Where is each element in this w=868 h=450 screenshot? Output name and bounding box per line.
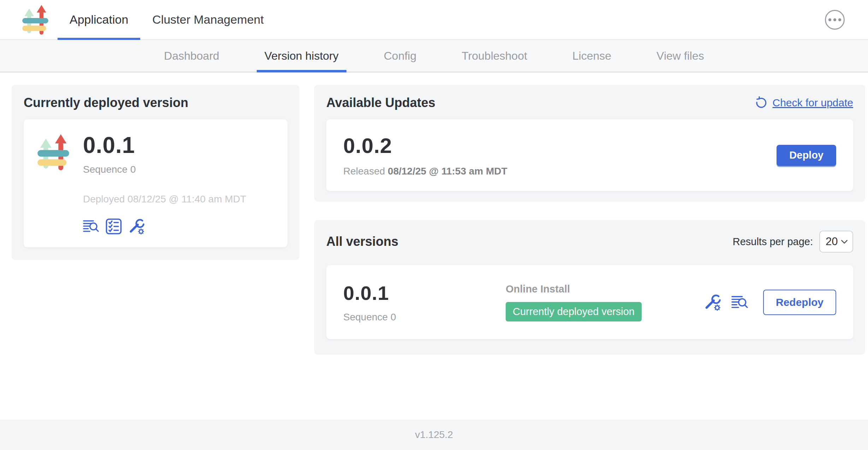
tab-cluster-management[interactable]: Cluster Management	[140, 0, 276, 39]
results-per-page-select[interactable]: 20	[819, 231, 853, 253]
chevron-down-icon	[841, 240, 848, 244]
available-updates-title: Available Updates	[326, 95, 435, 110]
version-number: 0.0.1	[343, 282, 506, 304]
preflight-checks-icon[interactable]	[106, 218, 122, 235]
tab-cluster-management-label: Cluster Management	[152, 13, 264, 26]
available-updates-card: Available Updates Check for update 0.0.2…	[314, 85, 865, 202]
update-version-number: 0.0.2	[343, 134, 507, 158]
more-menu-icon	[828, 18, 831, 21]
release-notes-icon[interactable]	[731, 295, 748, 310]
deployed-actions	[83, 218, 246, 235]
tab-application-label: Application	[70, 13, 128, 26]
deployed-timestamp: Deployed 08/12/25 @ 11:40 am MDT	[83, 194, 246, 205]
version-row-actions: Redeploy	[704, 290, 836, 315]
refresh-icon	[755, 96, 768, 109]
deploy-button[interactable]: Deploy	[777, 145, 836, 166]
subtab-config[interactable]: Config	[376, 40, 424, 72]
check-for-update-label: Check for update	[773, 97, 853, 109]
all-versions-header: All versions Results per page: 20	[326, 231, 853, 253]
update-released-line: Released 08/12/25 @ 11:53 am MDT	[343, 166, 507, 177]
footer: v1.125.2	[0, 420, 868, 450]
version-row-version: 0.0.1 Sequence 0	[343, 282, 506, 323]
available-updates-header: Available Updates Check for update	[326, 95, 853, 110]
more-menu-button[interactable]	[825, 10, 845, 30]
deployed-version-panel: 0.0.1 Sequence 0 Deployed 08/12/25 @ 11:…	[24, 119, 287, 247]
app-logo-icon	[37, 134, 70, 170]
app-logo	[22, 0, 48, 39]
tab-application[interactable]: Application	[58, 0, 140, 39]
all-versions-title: All versions	[326, 234, 398, 249]
check-for-update-link[interactable]: Check for update	[755, 96, 853, 109]
sub-nav: Dashboard Version history Config Trouble…	[0, 40, 868, 72]
deployed-app-logo	[37, 134, 70, 170]
page: Application Cluster Management Dashboard…	[0, 0, 868, 450]
subtab-license[interactable]: License	[565, 40, 619, 72]
main-content: Currently deployed version 0.0.1 Sequenc…	[0, 72, 868, 420]
config-wrench-icon[interactable]	[704, 294, 721, 311]
topnav-spacer	[276, 0, 825, 39]
subtab-version-history[interactable]: Version history	[257, 40, 346, 72]
all-versions-card: All versions Results per page: 20 0.0	[314, 220, 865, 355]
redeploy-button[interactable]: Redeploy	[763, 290, 836, 315]
currently-deployed-card: Currently deployed version 0.0.1 Sequenc…	[12, 85, 299, 260]
deployed-sequence: Sequence 0	[83, 164, 246, 175]
version-sequence: Sequence 0	[343, 312, 506, 323]
install-type: Online Install	[506, 283, 704, 295]
deployed-card-title: Currently deployed version	[24, 95, 287, 110]
update-info: 0.0.2 Released 08/12/25 @ 11:53 am MDT	[343, 134, 507, 177]
currently-deployed-badge: Currently deployed version	[506, 302, 642, 321]
version-row: 0.0.1 Sequence 0 Online Install Currentl…	[326, 265, 853, 339]
release-notes-icon[interactable]	[83, 219, 99, 234]
results-per-page-value: 20	[826, 235, 838, 248]
subtab-view-files[interactable]: View files	[649, 40, 712, 72]
deployed-version-number: 0.0.1	[83, 132, 246, 158]
results-per-page-label: Results per page:	[733, 236, 813, 248]
console-version: v1.125.2	[415, 429, 453, 440]
config-wrench-icon[interactable]	[128, 218, 144, 235]
right-column: Available Updates Check for update 0.0.2…	[314, 85, 865, 355]
available-update-row: 0.0.2 Released 08/12/25 @ 11:53 am MDT D…	[326, 119, 853, 191]
update-released-timestamp: 08/12/25 @ 11:53 am MDT	[388, 166, 507, 177]
version-row-status: Online Install Currently deployed versio…	[506, 283, 704, 321]
results-per-page: Results per page: 20	[733, 231, 853, 253]
deployed-version-info: 0.0.1 Sequence 0 Deployed 08/12/25 @ 11:…	[83, 132, 246, 235]
top-tabs: Application Cluster Management	[58, 0, 276, 39]
app-logo-icon	[22, 5, 48, 35]
subtab-troubleshoot[interactable]: Troubleshoot	[454, 40, 535, 72]
top-nav: Application Cluster Management	[0, 0, 868, 40]
subtab-dashboard[interactable]: Dashboard	[156, 40, 227, 72]
